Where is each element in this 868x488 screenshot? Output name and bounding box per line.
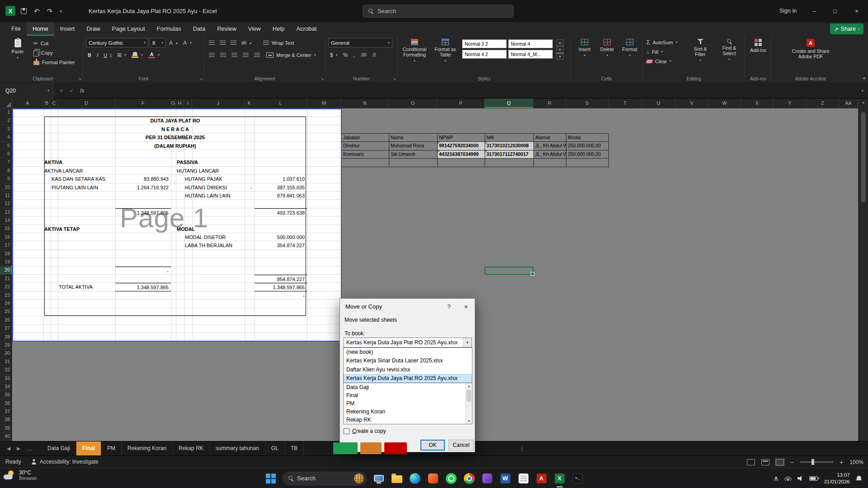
info-table-cell[interactable]: JL. Kh Abdul W (534, 142, 566, 150)
merge-center-button[interactable]: Merge & Center▾ (264, 50, 318, 60)
number-format-combo[interactable]: General▾ (328, 38, 392, 47)
ribbon-tab-draw[interactable]: Draw (80, 22, 106, 36)
ribbon-tab-data[interactable]: Data (187, 22, 211, 36)
info-table-cell[interactable]: JL. Kh Abdul W (534, 150, 566, 159)
sheet-tab-tb[interactable]: TB (285, 441, 304, 456)
zoom-out-button[interactable]: – (790, 459, 793, 465)
taskbar-search[interactable]: Search (283, 472, 367, 485)
weather-widget[interactable]: 30°CBerawan (4, 469, 37, 481)
align-left-button[interactable] (207, 50, 217, 60)
acrobat-icon[interactable]: A (535, 472, 547, 484)
row-header-32[interactable]: 32 (0, 366, 12, 374)
info-table-cell[interactable]: Siti Umaroh (389, 150, 438, 159)
column-header-Q[interactable]: Q (485, 99, 533, 108)
battery-icon[interactable] (809, 476, 818, 481)
workbook-option[interactable]: Kertas Kerja Duta Jaya Plat RO 2025 Ayu.… (344, 374, 472, 383)
excel-taskbar-icon[interactable]: X (553, 472, 566, 484)
column-header-S[interactable]: S (566, 99, 609, 108)
row-header-5[interactable]: 5 (0, 142, 12, 150)
column-header-D[interactable]: D (58, 99, 115, 108)
increase-indent-button[interactable] (252, 50, 262, 60)
scroll-up-icon[interactable]: ▲ (859, 100, 868, 104)
clipboard-dialog-launcher[interactable]: ↘ (78, 76, 81, 81)
column-header-R[interactable]: R (533, 99, 566, 108)
sheet-tab-summary-tahunan[interactable]: summary tahunan (210, 441, 265, 456)
cell-style-item[interactable]: Normal 4 (508, 39, 553, 48)
increase-font-size-button[interactable]: A▲ (167, 38, 180, 47)
view-page-break-button[interactable] (776, 459, 784, 465)
sheet-nav-right-icon[interactable]: ▶ (14, 446, 24, 451)
info-table-cell[interactable]: 991427592034000 (438, 142, 485, 150)
row-header-24[interactable]: 24 (0, 300, 12, 308)
row-header-17[interactable]: 17 (0, 241, 12, 249)
formula-bar-expand-icon[interactable]: ▾ (857, 89, 868, 93)
font-name-combo[interactable]: Century Gothic▾ (86, 38, 148, 47)
column-header-X[interactable]: X (741, 99, 774, 108)
info-table-cell[interactable]: Muhamad Reza (389, 142, 438, 150)
column-header-AA[interactable]: AA (839, 99, 858, 108)
column-header-W[interactable]: W (708, 99, 741, 108)
start-button[interactable] (264, 472, 277, 484)
row-header-34[interactable]: 34 (0, 383, 12, 391)
row-header-9[interactable]: 9 (0, 175, 12, 183)
before-sheet-option[interactable]: PM (344, 399, 472, 408)
align-right-button[interactable] (230, 50, 239, 60)
maximize-button[interactable]: □ (825, 0, 845, 22)
align-top-button[interactable] (207, 38, 217, 47)
qat-customize-icon[interactable]: ▾ (60, 9, 62, 14)
tabbar-divider-icon[interactable]: ⋮ (519, 445, 525, 452)
workbook-option[interactable]: Daftar Klien Ayu revisi.xlsx (344, 366, 472, 374)
row-header-33[interactable]: 33 (0, 375, 12, 383)
zoom-thumb[interactable] (811, 459, 814, 465)
desktop-icon[interactable] (373, 472, 385, 484)
info-table-cell[interactable]: 250.000.000,00 (566, 142, 609, 150)
titlebar-search[interactable]: Search (363, 5, 514, 18)
row-header-40[interactable]: 40 (0, 432, 12, 441)
cell-style-item[interactable]: Normal 4 2 (462, 50, 507, 59)
before-sheet-option[interactable]: Rekap RK (344, 416, 472, 424)
sheet-tab-final[interactable]: Final (76, 441, 101, 456)
column-header-M[interactable]: M (307, 99, 341, 108)
create-share-pdf-button[interactable]: ACreate and Share Adobe PDF (777, 36, 844, 59)
row-header-25[interactable]: 25 (0, 308, 12, 316)
insert-function-icon[interactable]: fx (80, 88, 84, 94)
sheet-tab-data-gaji[interactable]: Data Gaji (42, 441, 76, 456)
cut-button[interactable]: ✂Cut (32, 38, 77, 48)
accounting-format-button[interactable]: $▾ (328, 50, 340, 60)
row-header-3[interactable]: 3 (0, 125, 12, 133)
decrease-decimal-button[interactable]: .0 (370, 50, 377, 60)
listbox-scroll-up-icon[interactable]: ▲ (466, 385, 472, 388)
to-book-combobox[interactable]: Kertas Kerja Duta Jaya Plat RO 2025 Ayu.… (344, 338, 472, 347)
ok-button[interactable]: OK (420, 440, 445, 450)
ribbon-tab-acrobat[interactable]: Acrobat (291, 22, 323, 36)
formula-input[interactable] (90, 83, 857, 99)
sheet-tab-rekening-koran[interactable]: Rekening Koran (122, 441, 173, 456)
row-header-6[interactable]: 6 (0, 150, 12, 158)
decrease-font-size-button[interactable]: A▼ (181, 38, 194, 47)
sheet-tab-gl[interactable]: GL (265, 441, 285, 456)
redo-icon[interactable]: ↷ (47, 7, 53, 15)
close-button[interactable]: × (845, 0, 868, 22)
formula-cancel-icon[interactable]: × (60, 88, 63, 94)
share-button[interactable]: ↗ Share ▾ (830, 23, 863, 34)
column-header-C[interactable]: C (51, 99, 58, 108)
select-all-corner[interactable] (0, 99, 12, 108)
info-table-cell[interactable]: 250.000.000,00 (566, 150, 609, 159)
info-table-cell[interactable]: 3173010212030008 (485, 142, 534, 150)
font-size-combo[interactable]: 8▾ (150, 38, 166, 47)
accessibility-status[interactable]: Accessibility: Investigate (31, 459, 99, 465)
info-table-cell[interactable] (485, 159, 534, 167)
sort-filter-button[interactable]: Sort & Filter▾ (686, 36, 714, 62)
row-header-10[interactable]: 10 (0, 183, 12, 192)
row-header-11[interactable]: 11 (0, 192, 12, 200)
column-header-V[interactable]: V (675, 99, 708, 108)
listbox-scrollbar[interactable]: ▲ ▼ (465, 383, 472, 424)
before-sheet-option[interactable]: Data Gaji (344, 383, 472, 391)
fill-color-button[interactable]: ▾ (130, 50, 145, 60)
column-header-G[interactable]: G (171, 99, 176, 108)
excel-logo-icon[interactable]: X (5, 6, 15, 16)
row-header-35[interactable]: 35 (0, 391, 12, 399)
row-header-4[interactable]: 4 (0, 133, 12, 141)
formula-enter-icon[interactable]: ✓ (69, 88, 74, 94)
row-header-21[interactable]: 21 (0, 275, 12, 283)
